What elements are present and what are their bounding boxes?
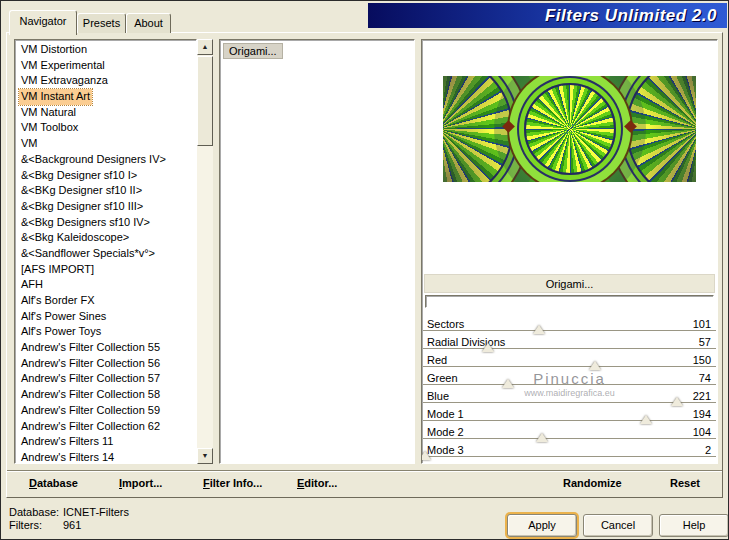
selected-filter-label: Origami... (424, 274, 715, 293)
slider-thumb[interactable] (533, 325, 545, 334)
import-menu-button[interactable]: Import... (119, 476, 162, 491)
filter-info-menu-button[interactable]: Filter Info... (203, 476, 262, 491)
slider-mode-2[interactable]: Mode 2 104 (423, 426, 716, 444)
slider-thumb[interactable] (671, 397, 683, 406)
navigator-item[interactable]: VM Distortion (15, 42, 196, 58)
slider-red[interactable]: Red 150 (423, 354, 716, 372)
filters-count-label: Filters: (9, 519, 42, 531)
navigator-item[interactable]: Andrew's Filters 14 (15, 450, 196, 464)
navigator-item-selected[interactable]: VM Instant Art (15, 89, 196, 105)
navigator-item[interactable]: Alf's Border FX (15, 293, 196, 309)
tab-about[interactable]: About (126, 13, 171, 33)
navigator-item[interactable]: Andrew's Filter Collection 59 (15, 403, 196, 419)
slider-sectors[interactable]: Sectors 101 (423, 318, 716, 336)
navigator-item[interactable]: Alf's Power Sines (15, 309, 196, 325)
database-menu-button[interactable]: Database (29, 476, 78, 491)
tab-navigator[interactable]: Navigator (9, 10, 77, 35)
navigator-item[interactable]: Andrew's Filter Collection 62 (15, 419, 196, 435)
navigator-item[interactable]: Alf's Power Toys (15, 324, 196, 340)
slider-value: 194 (693, 408, 711, 421)
navigator-item[interactable]: Andrew's Filter Collection 55 (15, 340, 196, 356)
navigator-item[interactable]: &<Bkg Kaleidoscope> (15, 230, 196, 246)
navigator-item[interactable]: &<Bkg Designers sf10 IV> (15, 215, 196, 231)
navigator-item[interactable]: VM Experimental (15, 58, 196, 74)
navigator-item[interactable]: Andrew's Filter Collection 56 (15, 356, 196, 372)
navigator-scrollbar[interactable]: ▲ ▼ (197, 39, 213, 464)
database-status-label: Database: (9, 506, 59, 518)
navigator-item[interactable]: VM (15, 136, 196, 152)
slider-thumb[interactable] (482, 343, 494, 352)
navigator-item[interactable]: VM Toolbox (15, 120, 196, 136)
slider-value: 2 (705, 444, 711, 457)
navigator-item[interactable]: &<Bkg Designer sf10 III> (15, 199, 196, 215)
randomize-button[interactable]: Randomize (563, 476, 622, 491)
navigator-item[interactable]: VM Extravaganza (15, 73, 196, 89)
apply-button[interactable]: Apply (507, 514, 577, 537)
reset-button[interactable]: Reset (670, 476, 700, 491)
navigator-item[interactable]: Andrew's Filters 11 (15, 434, 196, 450)
slider-mode-1[interactable]: Mode 1 194 (423, 408, 716, 426)
slider-value: 221 (693, 390, 711, 403)
progress-bar (425, 295, 714, 308)
slider-thumb[interactable] (589, 361, 601, 370)
filter-preview-image (443, 76, 696, 182)
navigator-item[interactable]: &<Sandflower Specials*v°> (15, 246, 196, 262)
slider-thumb[interactable] (536, 433, 548, 442)
navigator-item[interactable]: VM Natural (15, 105, 196, 121)
main-panel: VM Distortion VM Experimental VM Extrava… (6, 32, 723, 498)
parameter-sliders: Sectors 101 Radial Divisions 57 Red 150 (423, 318, 716, 462)
slider-value: 104 (693, 426, 711, 439)
title-banner: Filters Unlimited 2.0 (368, 3, 727, 28)
slider-value: 101 (693, 318, 711, 331)
database-status-value: ICNET-Filters (63, 506, 129, 518)
scroll-up-icon[interactable]: ▲ (197, 39, 213, 55)
slider-value: 57 (699, 336, 711, 349)
slider-blue[interactable]: Blue 221 (423, 390, 716, 408)
navigator-item[interactable]: [AFS IMPORT] (15, 262, 196, 278)
preview-panel: Origami... Sectors 101 Radial Divisions … (421, 39, 718, 464)
slider-value: 74 (699, 372, 711, 385)
navigator-item[interactable]: Andrew's Filter Collection 57 (15, 371, 196, 387)
slider-mode-3[interactable]: Mode 3 2 (423, 444, 716, 462)
tab-presets[interactable]: Presets (77, 13, 126, 33)
navigator-item[interactable]: &<BKg Designer sf10 II> (15, 183, 196, 199)
filters-unlimited-window: Filters Unlimited 2.0 Navigator Presets … (0, 0, 729, 540)
navigator-list: VM Distortion VM Experimental VM Extrava… (14, 39, 197, 464)
slider-thumb[interactable] (421, 451, 431, 460)
slider-radial-divisions[interactable]: Radial Divisions 57 (423, 336, 716, 354)
scroll-down-icon[interactable]: ▼ (197, 448, 213, 464)
slider-thumb[interactable] (502, 379, 514, 388)
navigator-item[interactable]: Andrew's Filter Collection 58 (15, 387, 196, 403)
filter-list: Origami... (219, 39, 415, 464)
app-title: Filters Unlimited 2.0 (545, 6, 717, 26)
bottom-menubar: Database Import... Filter Info... Editor… (7, 470, 722, 497)
slider-thumb[interactable] (640, 415, 652, 424)
scrollbar-thumb[interactable] (197, 56, 213, 146)
navigator-item[interactable]: &<Bkg Designer sf10 I> (15, 168, 196, 184)
navigator-item[interactable]: AFH (15, 277, 196, 293)
filters-count-value: 961 (63, 519, 81, 531)
help-button[interactable]: Help (659, 514, 729, 537)
slider-value: 150 (693, 354, 711, 367)
cancel-button[interactable]: Cancel (583, 514, 653, 537)
editor-menu-button[interactable]: Editor... (297, 476, 337, 491)
slider-green[interactable]: Green 74 (423, 372, 716, 390)
navigator-item[interactable]: &<Background Designers IV> (15, 152, 196, 168)
filter-item-selected[interactable]: Origami... (223, 43, 283, 59)
